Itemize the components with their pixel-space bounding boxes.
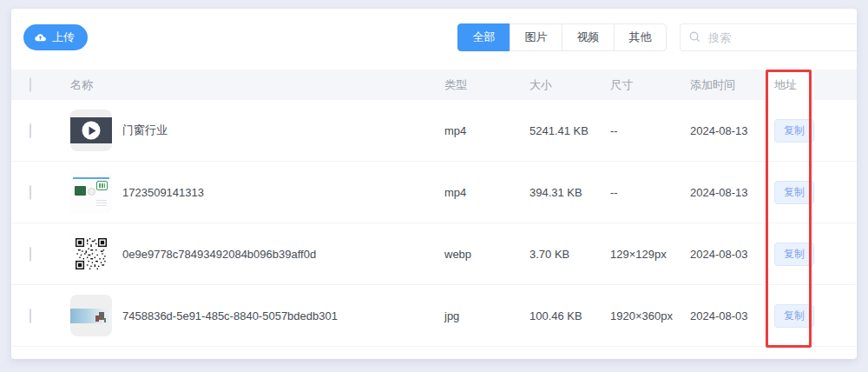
file-added-time: 2024-08-13: [690, 124, 774, 137]
file-name: 7458836d-5e91-485c-8840-5057bdedb301: [122, 309, 338, 322]
search-input[interactable]: [680, 23, 857, 51]
header-name: 名称: [70, 77, 444, 93]
table-row[interactable]: 0e9e9778c78493492084b096b39aff0d webp 3.…: [11, 223, 857, 285]
header-dimensions: 尺寸: [610, 77, 690, 93]
table-header-row: 名称 类型 大小 尺寸 添加时间 地址: [11, 70, 857, 100]
header-size: 大小: [529, 77, 610, 93]
file-name: 0e9e9778c78493492084b096b39aff0d: [122, 248, 316, 261]
toolbar-right: 全部图片视频其他: [457, 23, 857, 51]
row-checkbox[interactable]: [30, 123, 31, 138]
thumbnail: [70, 233, 112, 275]
file-dimensions: 1920×360px: [610, 309, 690, 322]
row-checkbox[interactable]: [30, 247, 31, 262]
upload-button[interactable]: 上传: [23, 24, 88, 50]
file-type: jpg: [444, 309, 529, 322]
table-body: 门窗行业 mp4 5241.41 KB -- 2024-08-13 复制 172…: [11, 100, 857, 347]
thumbnail: [70, 110, 112, 151]
header-added-time: 添加时间: [690, 77, 774, 93]
file-added-time: 2024-08-13: [690, 186, 774, 199]
media-library-panel: 上传 全部图片视频其他 名称 类型 大小 尺寸 添加时间 地址: [11, 9, 857, 359]
file-dimensions: 129×129px: [610, 248, 690, 261]
select-all-checkbox[interactable]: [30, 77, 31, 92]
file-name: 1723509141313: [122, 186, 204, 199]
table-row[interactable]: 1723509141313 mp4 394.31 KB -- 2024-08-1…: [11, 162, 857, 223]
file-name: 门窗行业: [122, 123, 168, 138]
table-row[interactable]: 7458836d-5e91-485c-8840-5057bdedb301 jpg…: [11, 285, 857, 347]
file-size: 3.70 KB: [529, 248, 610, 261]
search-box: [680, 23, 857, 51]
file-size: 100.46 KB: [529, 309, 610, 322]
file-type: mp4: [444, 124, 529, 137]
tab-1[interactable]: 图片: [510, 23, 562, 51]
thumbnail: [70, 171, 112, 213]
file-type: mp4: [444, 186, 529, 199]
tab-2[interactable]: 视频: [562, 23, 615, 51]
upload-button-label: 上传: [52, 30, 75, 45]
file-type: webp: [444, 248, 529, 261]
row-checkbox[interactable]: [30, 309, 31, 323]
file-dimensions: --: [610, 186, 690, 199]
copy-address-button[interactable]: 复制: [774, 181, 814, 204]
copy-address-button[interactable]: 复制: [774, 119, 814, 143]
toolbar: 上传 全部图片视频其他: [23, 23, 857, 51]
thumbnail: [70, 295, 112, 336]
file-dimensions: --: [610, 124, 690, 137]
tab-3[interactable]: 其他: [614, 23, 667, 51]
tab-0[interactable]: 全部: [457, 23, 510, 51]
tab-group: 全部图片视频其他: [457, 23, 667, 51]
file-size: 394.31 KB: [529, 186, 610, 199]
table-row[interactable]: 门窗行业 mp4 5241.41 KB -- 2024-08-13 复制: [11, 100, 857, 162]
file-table: 名称 类型 大小 尺寸 添加时间 地址 门窗行业 mp4: [11, 70, 857, 347]
row-checkbox[interactable]: [30, 185, 31, 200]
header-address: 地址: [774, 77, 857, 93]
copy-address-button[interactable]: 复制: [774, 242, 814, 266]
copy-address-button[interactable]: 复制: [774, 304, 814, 328]
file-added-time: 2024-08-03: [690, 309, 774, 322]
file-size: 5241.41 KB: [529, 124, 610, 137]
file-added-time: 2024-08-03: [690, 248, 774, 261]
header-type: 类型: [444, 77, 529, 93]
cloud-upload-icon: [34, 31, 47, 44]
